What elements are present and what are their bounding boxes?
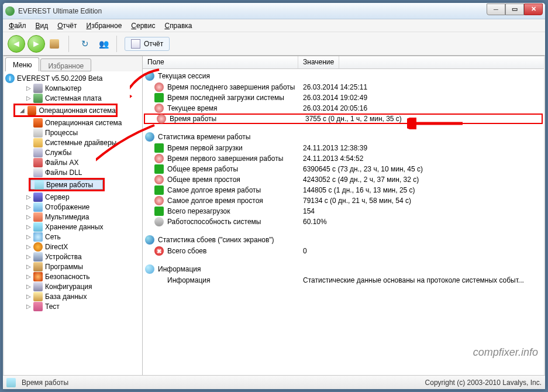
list-row[interactable]: Текущее время26.03.2014 20:05:16 [143, 103, 544, 114]
menu-view[interactable]: Вид [32, 20, 52, 31]
expander-icon[interactable]: ▷ [25, 253, 32, 260]
refresh-button[interactable]: ↻ [77, 36, 93, 52]
expander-icon[interactable]: ▷ [25, 303, 32, 310]
row-value: 60.10% [303, 218, 542, 226]
config-icon [33, 282, 43, 291]
list-row[interactable]: Самое долгое время работы144805 c (1 дн.… [143, 185, 544, 195]
tree-dll[interactable]: Файлы DLL [5, 167, 141, 177]
list-row[interactable]: Время первого завершения работы24.11.201… [143, 153, 544, 164]
tab-menu[interactable]: Меню [5, 57, 39, 71]
tree-root[interactable]: iEVEREST v5.50.2209 Beta [5, 73, 141, 83]
section-header[interactable]: Информация [143, 263, 544, 275]
list-row[interactable]: Время работы3755 с (0 дн., 1 ч, 2 мин, 3… [144, 114, 543, 124]
tree-multimedia[interactable]: ▷Мультимедиа [5, 212, 141, 222]
row-field: Работоспособность системы [167, 218, 299, 226]
tree-security[interactable]: ▷Безопасность [5, 271, 141, 281]
report-icon [131, 39, 140, 49]
row-value: 24.11.2013 12:38:39 [303, 144, 542, 152]
row-icon [154, 164, 164, 174]
row-value: 3755 с (0 дн., 1 ч, 2 мин, 35 с) [305, 115, 539, 123]
board-icon [33, 94, 43, 103]
expander-icon[interactable]: ▷ [25, 233, 32, 240]
tree-devices[interactable]: ▷Устройства [5, 252, 141, 262]
list-row[interactable]: ✖Всего сбоев0 [143, 246, 544, 256]
list-row[interactable]: Общее время работы6390645 c (73 дн., 23 … [143, 164, 544, 174]
expander-icon[interactable]: ▷ [25, 283, 32, 290]
row-value: 4243052 c (49 дн., 2 ч, 37 мин, 32 с) [303, 176, 542, 184]
minimize-button[interactable]: ─ [487, 4, 505, 15]
section-header[interactable]: Текущая сессия [143, 70, 544, 82]
expander-icon[interactable]: ▷ [25, 194, 32, 200]
section-header[interactable]: Статистика времени работы [143, 131, 544, 143]
tab-favorites[interactable]: Избранное [40, 59, 91, 71]
close-button[interactable]: ✕ [524, 4, 543, 15]
ax-icon [33, 158, 43, 167]
status-bar: Время работы Copyright (c) 2003-2010 Lav… [3, 375, 545, 389]
drivers-icon [33, 138, 43, 147]
list-row[interactable]: Время последней загрузки системы26.03.20… [143, 92, 544, 103]
expander-icon[interactable]: ◢ [19, 107, 26, 114]
up-button[interactable] [47, 36, 64, 52]
list-row[interactable]: ИнформацияСтатистические данные основаны… [143, 275, 544, 286]
maximize-button[interactable]: ▭ [505, 4, 524, 15]
multimedia-icon [33, 212, 43, 222]
tree-processes[interactable]: Процессы [5, 128, 141, 137]
list-row[interactable]: Самое долгое время простоя79134 c (0 дн.… [143, 195, 544, 206]
title-bar[interactable]: EVEREST Ultimate Edition ─ ▭ ✕ [3, 3, 545, 19]
list-row[interactable]: Время первой загрузки24.11.2013 12:38:39 [143, 143, 544, 153]
nav-back-button[interactable]: ◄ [8, 35, 25, 53]
expander-icon[interactable]: ▷ [25, 263, 32, 270]
tree-network[interactable]: ▷Сеть [5, 232, 141, 242]
security-icon [33, 272, 43, 281]
tree-directx[interactable]: ▷DirectX [5, 242, 141, 252]
menu-favorites[interactable]: Избранное [83, 20, 126, 31]
tree-services[interactable]: Службы [5, 147, 141, 157]
menu-service[interactable]: Сервис [127, 20, 158, 31]
expander-icon[interactable]: ▷ [25, 204, 32, 210]
tree-os[interactable]: ◢Операционная система [15, 105, 116, 115]
dll-icon [33, 168, 43, 177]
storage-icon [33, 222, 43, 232]
tree-uptime[interactable]: Время работы [30, 180, 103, 190]
expander-icon[interactable]: ▷ [25, 223, 32, 230]
users-button[interactable]: 👥 [95, 36, 112, 52]
tree-test[interactable]: ▷Тест [5, 301, 141, 311]
list-row[interactable]: Общее время простоя4243052 c (49 дн., 2 … [143, 174, 544, 185]
report-button[interactable]: Отчёт [125, 37, 170, 51]
computer-icon [33, 84, 43, 93]
col-value[interactable]: Значение [298, 56, 339, 68]
tree-programs[interactable]: ▷Программы [5, 262, 141, 271]
section-header[interactable]: Статистика сбоев ("синих экранов") [143, 234, 544, 246]
tree-os-sub[interactable]: Операционная система [5, 118, 141, 128]
navigation-tree[interactable]: iEVEREST v5.50.2209 Beta ▷Компьютер ▷Сис… [4, 71, 142, 375]
uptime-icon [35, 180, 44, 190]
menu-help[interactable]: Справка [161, 20, 195, 31]
tree-computer[interactable]: ▷Компьютер [5, 83, 141, 93]
section-icon [145, 235, 154, 245]
tree-server[interactable]: ▷Сервер [5, 192, 141, 202]
nav-fwd-button[interactable]: ► [27, 35, 45, 53]
application-window: EVEREST Ultimate Edition ─ ▭ ✕ Файл Вид … [2, 2, 546, 390]
content-list[interactable]: Текущая сессияВремя последнего завершени… [143, 69, 544, 375]
tree-database[interactable]: ▷База данных [5, 291, 141, 301]
expander-icon[interactable]: ▷ [25, 273, 32, 280]
expander-icon[interactable]: ▷ [25, 243, 32, 250]
tree-motherboard[interactable]: ▷Системная плата [5, 93, 141, 103]
expander-icon[interactable]: ▷ [25, 85, 32, 91]
list-row[interactable]: Всего перезагрузок154 [143, 206, 544, 216]
tree-config[interactable]: ▷Конфигурация [5, 281, 141, 291]
expander-icon[interactable]: ▷ [25, 95, 32, 101]
expander-icon[interactable]: ▷ [25, 293, 32, 300]
app-icon [5, 6, 15, 16]
tree-display[interactable]: ▷Отображение [5, 202, 141, 212]
col-field[interactable]: Поле [143, 56, 298, 68]
expander-icon[interactable]: ▷ [25, 214, 32, 220]
list-row[interactable]: Время последнего завершения работы26.03.… [143, 82, 544, 92]
menu-report[interactable]: Отчёт [54, 20, 80, 31]
tree-storage[interactable]: ▷Хранение данных [5, 222, 141, 232]
tree-ax[interactable]: Файлы AX [5, 157, 141, 167]
menu-file[interactable]: Файл [5, 20, 30, 31]
row-field: Текущее время [167, 104, 299, 112]
list-row[interactable]: Работоспособность системы60.10% [143, 216, 544, 227]
tree-drivers[interactable]: Системные драйверы [5, 137, 141, 147]
